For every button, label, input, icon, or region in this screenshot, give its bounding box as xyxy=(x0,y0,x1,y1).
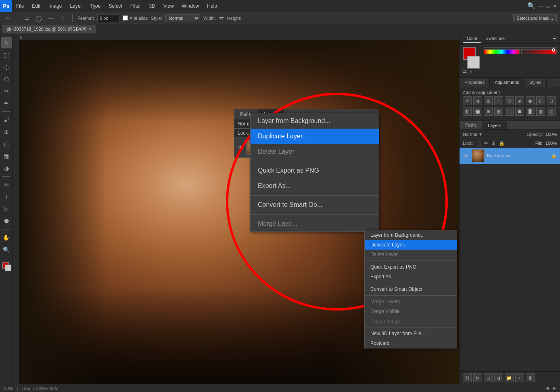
adj-bw-icon[interactable]: ◧ xyxy=(463,107,472,116)
default-colors-icon[interactable]: ⊡ xyxy=(468,69,472,74)
menu-3d[interactable]: 3D xyxy=(145,0,159,12)
adj-gradientmap-icon[interactable]: ▥ xyxy=(536,107,545,116)
background-swatch[interactable] xyxy=(467,56,480,69)
tab-close-icon[interactable]: × xyxy=(89,27,91,31)
layer-fx-btn[interactable]: fx xyxy=(473,373,482,382)
tool-hand[interactable]: ✋ xyxy=(1,232,12,243)
menu-view[interactable]: View xyxy=(159,0,178,12)
lock-position-icon[interactable]: ✏ xyxy=(484,140,488,146)
swap-icon[interactable]: ⇄ xyxy=(219,15,224,21)
window-minimize[interactable]: — xyxy=(539,3,543,9)
opacity-value[interactable]: 100% xyxy=(545,132,557,137)
panel-menu-icon[interactable]: ☰ xyxy=(552,36,557,42)
layer-visibility-icon[interactable]: 👁 xyxy=(463,153,469,159)
lock-artboard-icon[interactable]: ⊞ xyxy=(491,140,495,146)
lock-pixels-icon[interactable]: ⬚ xyxy=(476,140,481,146)
right-panel: Color Swatches ☰ ⇄ ⊡ xyxy=(459,34,560,384)
fill-value[interactable]: 100% xyxy=(545,141,557,146)
window-maximize[interactable]: □ xyxy=(547,3,550,9)
window-close[interactable]: ✕ xyxy=(553,3,557,9)
color-alpha-slider[interactable] xyxy=(521,49,557,54)
swap-colors-icon[interactable]: ⇄ xyxy=(463,69,467,74)
adj-invert-icon[interactable]: ⬛ xyxy=(505,107,514,116)
adj-selectivecolor-icon[interactable]: ◫ xyxy=(547,107,556,116)
tool-pen[interactable]: ✏ xyxy=(1,179,12,190)
tab-paths[interactable]: Paths xyxy=(460,121,482,129)
adj-levels-icon[interactable]: ▦ xyxy=(484,96,493,105)
document-tab[interactable]: girl-3033718_1920.jpg @ 50% (RGB/8#) × xyxy=(2,25,96,33)
marquee-rect-icon[interactable]: ▭ xyxy=(22,14,31,23)
select-mask-button[interactable]: Select and Mask... xyxy=(513,14,557,22)
tool-lasso[interactable]: ◌ xyxy=(1,61,12,73)
adj-vibrance-icon[interactable]: ◈ xyxy=(515,96,524,105)
tool-path-select[interactable]: ▷ xyxy=(1,203,12,215)
nav-next-icon[interactable]: ▶ xyxy=(553,386,556,391)
foreground-color[interactable] xyxy=(1,261,12,272)
menu-type[interactable]: Type xyxy=(86,0,104,12)
color-hue-slider[interactable] xyxy=(484,49,520,54)
menu-select[interactable]: Select xyxy=(104,0,126,12)
tool-dodge[interactable]: ◑ xyxy=(1,163,12,174)
adj-curves-icon[interactable]: ∿ xyxy=(494,96,503,105)
tool-crop[interactable]: ✂ xyxy=(1,85,12,97)
adj-hsl-icon[interactable]: ◉ xyxy=(526,96,535,105)
marquee-row-icon[interactable]: ― xyxy=(46,14,55,23)
adj-colorbalance-icon[interactable]: ⊟ xyxy=(547,96,556,105)
layer-background[interactable]: 👁 Background 🔒 xyxy=(460,148,560,164)
adj-exposure-icon[interactable]: ⬡ xyxy=(505,96,514,105)
adj-colormatch-icon[interactable]: ⊞ xyxy=(536,96,545,105)
tool-shape[interactable]: ⬟ xyxy=(1,215,12,227)
tool-clone[interactable]: ⊕ xyxy=(1,126,12,138)
menu-layer[interactable]: Layer xyxy=(66,0,86,12)
tab-styles[interactable]: Styles xyxy=(524,78,547,87)
adj-colorlookup-icon[interactable]: ▤ xyxy=(494,107,503,116)
canvas-content[interactable] xyxy=(19,40,459,384)
layer-link-btn[interactable]: ⛓ xyxy=(463,373,472,382)
tool-brush[interactable]: 🖌 xyxy=(1,114,12,125)
adj-posterize-icon[interactable]: ⬟ xyxy=(515,107,524,116)
tool-gradient[interactable]: ▦ xyxy=(1,150,12,162)
tool-object-select[interactable]: ⬡ xyxy=(1,73,12,85)
nav-prev-icon[interactable]: ◀ xyxy=(545,386,549,391)
tool-eraser[interactable]: ◻ xyxy=(1,138,12,150)
adj-contrast-icon[interactable]: ◑ xyxy=(473,96,482,105)
marquee-ellipse-icon[interactable]: ◯ xyxy=(34,14,43,23)
tool-move[interactable]: ↖ xyxy=(1,37,12,48)
adj-channel-mixer-icon[interactable]: ⊕ xyxy=(484,107,493,116)
feather-input[interactable] xyxy=(97,14,119,22)
adj-threshold-icon[interactable]: ▉ xyxy=(526,107,535,116)
adj-photo-filter-icon[interactable]: ⬤ xyxy=(473,107,482,116)
tool-type[interactable]: T xyxy=(1,191,12,202)
menu-file[interactable]: File xyxy=(12,0,28,12)
tab-color[interactable]: Color xyxy=(463,35,481,43)
marquee-col-icon[interactable]: | xyxy=(59,14,67,23)
mode-label: Normal xyxy=(463,132,477,137)
layer-new-btn[interactable]: + xyxy=(515,373,524,382)
menu-window[interactable]: Window xyxy=(178,0,203,12)
layer-mask-btn[interactable]: ◻ xyxy=(484,373,493,382)
tool-eyedropper[interactable]: ✒ xyxy=(1,98,12,109)
canvas-area[interactable]: 0 xyxy=(13,34,459,384)
mode-dropdown-icon[interactable]: ▾ xyxy=(479,131,482,137)
layer-delete-btn[interactable]: 🗑 xyxy=(526,373,535,382)
layer-group-btn[interactable]: 📁 xyxy=(505,373,514,382)
tab-adjustments[interactable]: Adjustments xyxy=(490,78,524,87)
anti-alias-checkbox[interactable] xyxy=(123,15,128,21)
style-select[interactable]: Normal Fixed Ratio Fixed Size xyxy=(165,14,200,22)
tab-properties[interactable]: Properties xyxy=(460,78,490,87)
menu-image[interactable]: Image xyxy=(44,0,66,12)
search-icon[interactable]: 🔍 xyxy=(527,2,535,10)
anti-alias-wrap[interactable]: Anti-alias xyxy=(123,15,148,21)
tool-home-icon[interactable]: ⌂ xyxy=(3,14,12,23)
adj-brightness-icon[interactable]: ☀ xyxy=(463,96,472,105)
color-gradient-picker[interactable] xyxy=(484,47,557,48)
tool-zoom[interactable]: 🔍 xyxy=(1,244,12,255)
tab-swatches[interactable]: Swatches xyxy=(481,35,509,43)
lock-all-icon[interactable]: 🔒 xyxy=(499,140,505,146)
tab-layers[interactable]: Layers xyxy=(482,121,507,129)
tool-marquee[interactable]: ⬚ xyxy=(1,49,12,60)
menu-help[interactable]: Help xyxy=(203,0,221,12)
layer-adjustment-btn[interactable]: ◑ xyxy=(494,373,503,382)
menu-edit[interactable]: Edit xyxy=(28,0,44,12)
menu-filter[interactable]: Filter xyxy=(126,0,145,12)
